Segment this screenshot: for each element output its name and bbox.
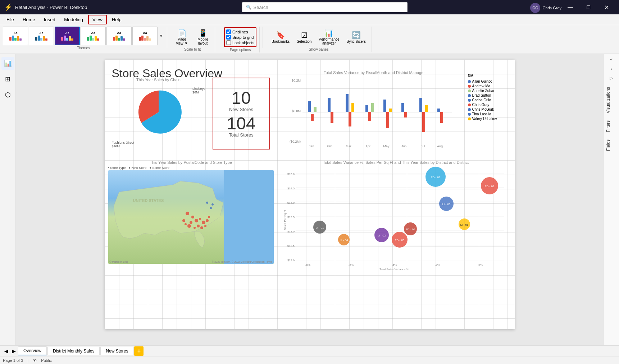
visualizations-panel-label[interactable]: Visualizations [604, 83, 619, 117]
svg-point-43 [187, 224, 191, 228]
svg-rect-20 [419, 98, 422, 112]
svg-rect-4 [308, 101, 311, 112]
legend-item-2: Annelie Zubar [468, 89, 511, 93]
ribbon: Aa Aa Aa [0, 25, 619, 54]
pie-chart-svg [132, 85, 186, 139]
sync-slicers-btn[interactable]: 🔄 Sync slicers [344, 27, 369, 47]
svg-text:$14.5: $14.5 [287, 187, 295, 190]
svg-rect-14 [371, 103, 374, 112]
title-bar: ⚡ Retail Analysis - Power BI Desktop 🔍 C… [0, 0, 619, 14]
close-button[interactable]: ✕ [598, 0, 615, 14]
svg-text:$12.5: $12.5 [287, 244, 295, 248]
tab-new-stores[interactable]: New Stores [100, 347, 133, 355]
svg-text:FD - 02: FD - 02 [484, 185, 494, 188]
svg-point-49 [211, 203, 214, 206]
theme-2[interactable]: Aa [29, 27, 54, 45]
scale-to-fit-label: Scale to fit [184, 47, 201, 51]
menu-insert[interactable]: Insert [40, 15, 59, 24]
collapse-panels-btn[interactable]: « [609, 55, 614, 63]
svg-text:Jun: Jun [401, 144, 406, 148]
page-navigation: ◀ ▶ [3, 347, 17, 355]
theme-5[interactable]: Aa [106, 27, 132, 45]
theme-1[interactable]: Aa [3, 27, 28, 45]
bar-chart-svg: $0.2M $0.0M ($0.2M) [288, 76, 454, 148]
bookmarks-btn[interactable]: 🔖 Bookmarks [269, 27, 292, 47]
theme-4[interactable]: Aa [81, 27, 106, 45]
search-input[interactable] [254, 5, 404, 10]
new-store-label: ● New Store [129, 166, 147, 170]
pie-chart-container: Fashions Direct $16M Lindseys $6M [108, 83, 209, 141]
status-bar: Page 1 of 3 | 👁 Public [0, 356, 619, 364]
svg-text:Aug: Aug [437, 144, 442, 148]
right-side-panels: « ‹ ▷ Visualizations Filters Fields [603, 54, 619, 345]
main-layout: 📊 ⊞ ⬡ Store Sales Overview This Year Sal… [0, 54, 619, 345]
snap-to-grid-checkbox[interactable]: Snap to grid [226, 35, 254, 40]
theme-6[interactable]: Aa [132, 27, 158, 45]
search-bar[interactable]: 🔍 [242, 2, 408, 12]
svg-point-45 [185, 223, 187, 225]
svg-text:$14.0: $14.0 [287, 201, 295, 204]
menu-bar: File Home Insert Modeling View Help [0, 14, 619, 25]
page-prev-btn[interactable]: ◀ [3, 347, 10, 355]
pie-label-lindseys: Lindseys $6M [192, 87, 205, 94]
fields-panel-label[interactable]: Fields [604, 136, 619, 155]
performance-analyzer-label: Performanceanalyzer [319, 37, 339, 45]
pie-chart-section[interactable]: This Year Sales by Chain Fashions Direct… [108, 78, 209, 149]
svg-point-42 [204, 225, 206, 227]
svg-text:FD - 04: FD - 04 [405, 228, 415, 231]
svg-point-37 [199, 218, 201, 220]
back-btn[interactable]: ‹ [609, 65, 614, 73]
menu-home[interactable]: Home [19, 15, 39, 24]
map-attribution: © Microsoft Bing [110, 261, 128, 263]
svg-point-48 [206, 202, 208, 204]
svg-rect-15 [383, 100, 386, 112]
window-controls: — □ ✕ [562, 0, 615, 14]
scatter-chart-section[interactable]: Total Sales Variance %, Sales Per Sq Ft … [281, 160, 511, 268]
menu-help[interactable]: Help [108, 15, 125, 24]
menu-modeling[interactable]: Modeling [60, 15, 87, 24]
svg-rect-17 [389, 109, 392, 112]
canvas-area[interactable]: Store Sales Overview This Year Sales by … [16, 54, 603, 345]
svg-point-44 [182, 219, 185, 222]
legend-dot-6 [468, 108, 471, 111]
mobile-layout-label: Mobilelayout [197, 37, 208, 45]
theme-3[interactable]: Aa [55, 27, 80, 45]
tab-overview[interactable]: Overview [18, 346, 47, 355]
legend-dot-4 [468, 99, 471, 102]
menu-view[interactable]: View [88, 15, 107, 24]
menu-file[interactable]: File [3, 15, 18, 24]
table-view-icon[interactable]: ⊞ [1, 73, 14, 86]
gridlines-checkbox[interactable]: Gridlines [226, 29, 254, 34]
lock-objects-checkbox[interactable]: Lock objects [226, 40, 254, 45]
page-view-label: Pageview ▼ [176, 37, 188, 45]
add-page-btn[interactable]: + [134, 346, 144, 356]
svg-rect-13 [368, 112, 371, 121]
tab-district-monthly-sales[interactable]: District Monthly Sales [47, 347, 100, 355]
svg-text:LI - 04: LI - 04 [340, 239, 348, 242]
performance-analyzer-btn[interactable]: 📊 Performanceanalyzer [316, 27, 342, 47]
kpi-new-stores-label: New Stores [229, 107, 253, 112]
model-view-icon[interactable]: ⬡ [1, 88, 14, 101]
report-view-icon[interactable]: 📊 [1, 57, 14, 70]
legend-dot-5 [468, 103, 471, 106]
page-next-btn[interactable]: ▶ [10, 347, 17, 355]
legend-section: DM Allan Guinot Andrew Ma Annelie Zubar … [468, 74, 511, 121]
svg-text:Jan: Jan [309, 144, 314, 148]
svg-point-36 [190, 221, 192, 224]
maximize-button[interactable]: □ [580, 0, 597, 14]
kpi-section[interactable]: 10 New Stores 104 Total Stores [213, 78, 270, 149]
svg-text:$0.2M: $0.2M [291, 79, 300, 82]
svg-point-46 [206, 219, 209, 222]
svg-text:Feb: Feb [327, 144, 332, 148]
bar-chart-section[interactable]: Total Sales Variance by FiscalMonth and … [288, 70, 461, 153]
filters-panel-label[interactable]: Filters [604, 117, 619, 136]
selection-btn[interactable]: ☑ Selection [294, 27, 314, 47]
page-view-btn[interactable]: 📄 Pageview ▼ [173, 27, 191, 47]
map-section[interactable]: This Year Sales by PostalCode and Store … [108, 160, 274, 268]
filter-arrow[interactable]: ▷ [608, 74, 614, 82]
svg-text:$0.0M: $0.0M [291, 109, 300, 113]
mobile-layout-btn[interactable]: 📱 Mobilelayout [194, 27, 212, 47]
minimize-button[interactable]: — [562, 0, 579, 14]
themes-expand-btn[interactable]: ▼ [158, 27, 164, 45]
map-svg [108, 170, 274, 264]
